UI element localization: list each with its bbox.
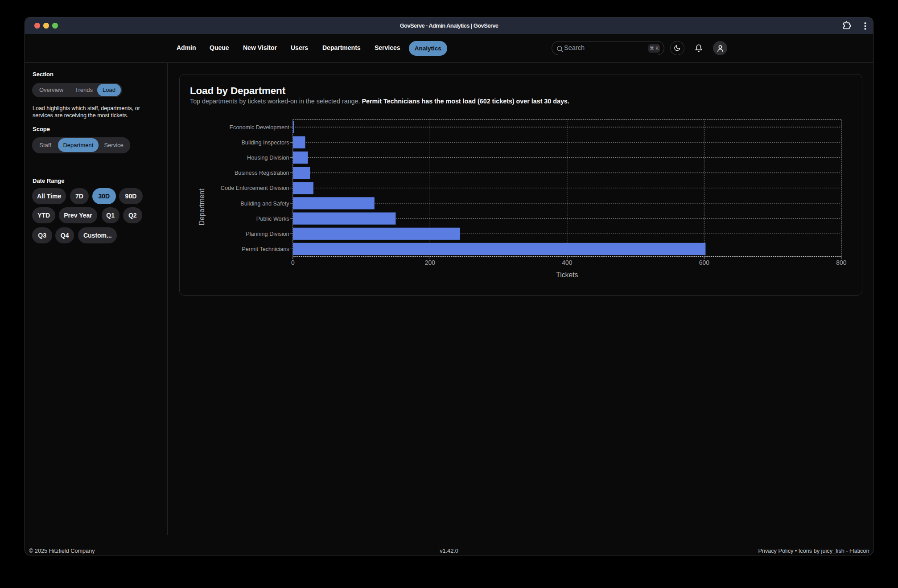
svg-text:Housing Division: Housing Division bbox=[247, 155, 289, 161]
svg-text:Business Registration: Business Registration bbox=[235, 170, 289, 176]
svg-text:Building Inspectors: Building Inspectors bbox=[241, 139, 289, 145]
svg-text:Economic Development: Economic Development bbox=[230, 124, 289, 130]
svg-text:400: 400 bbox=[562, 259, 572, 266]
svg-text:Tickets: Tickets bbox=[556, 271, 578, 279]
svg-text:Department: Department bbox=[198, 188, 206, 225]
svg-text:200: 200 bbox=[425, 259, 435, 266]
svg-text:Public Works: Public Works bbox=[256, 215, 289, 222]
svg-text:600: 600 bbox=[699, 259, 709, 266]
svg-text:Building and Safety: Building and Safety bbox=[240, 200, 289, 206]
svg-text:Planning Division: Planning Division bbox=[246, 230, 289, 237]
svg-text:Permit Technicians: Permit Technicians bbox=[242, 246, 289, 252]
svg-text:Code Enforcement Division: Code Enforcement Division bbox=[221, 185, 289, 191]
svg-text:800: 800 bbox=[836, 259, 846, 266]
svg-text:0: 0 bbox=[291, 259, 295, 266]
